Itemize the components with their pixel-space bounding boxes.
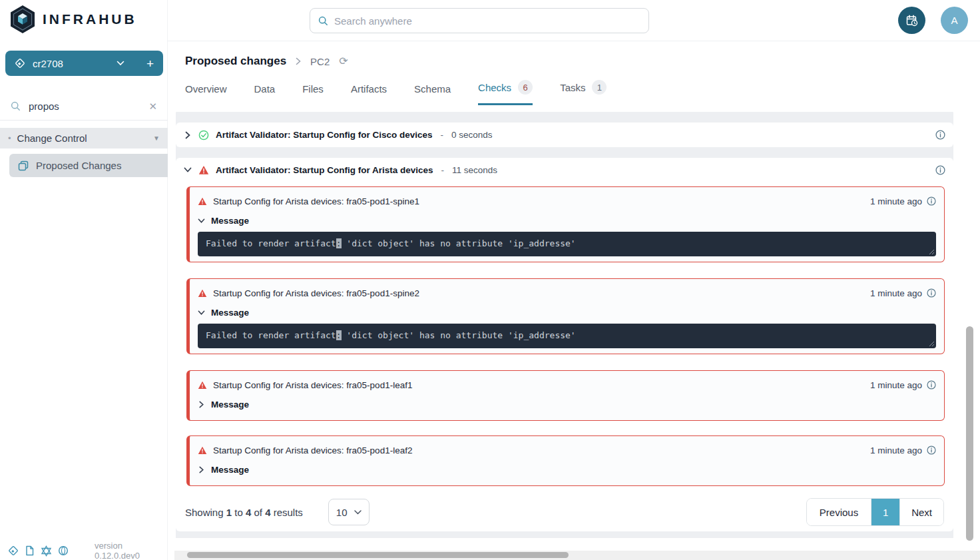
git-icon[interactable]	[8, 545, 19, 556]
check-timestamp: 1 minute ago	[870, 445, 922, 455]
message-label: Message	[211, 216, 249, 226]
message-label: Message	[211, 308, 249, 318]
summary-text: of	[254, 507, 262, 518]
message-toggle[interactable]: Message	[198, 396, 936, 413]
check-title: Startup Config for Arista devices: fra05…	[213, 445, 412, 455]
validator-header[interactable]: Artifact Validator: Startup Config for A…	[176, 158, 953, 182]
tab-label: Overview	[185, 83, 227, 95]
validator-row-cisco[interactable]: Artifact Validator: Startup Config for C…	[176, 123, 953, 147]
sidebar-search-input[interactable]	[29, 101, 128, 112]
error-message-textarea[interactable]: Failed to render artifact: 'dict object'…	[198, 324, 936, 348]
refresh-icon[interactable]: ⟳	[339, 56, 348, 67]
validator-duration: 0 seconds	[451, 130, 493, 140]
page-size-select[interactable]: 10	[328, 499, 369, 525]
global-search-input[interactable]	[334, 15, 614, 27]
message-toggle[interactable]: Message	[198, 212, 936, 229]
error-text: Failed to render artifact	[206, 238, 336, 248]
warning-triangle-icon	[198, 197, 207, 206]
info-icon[interactable]	[927, 380, 936, 390]
results-summary: Showing 1 to 4 of 4 results	[185, 507, 303, 518]
tab-checks[interactable]: Checks 6	[478, 80, 533, 105]
previous-page-button[interactable]: Previous	[807, 499, 871, 525]
chevron-down-icon[interactable]	[184, 166, 192, 174]
chevron-right-icon	[198, 401, 205, 408]
checks-panel: Artifact Validator: Startup Config for C…	[176, 107, 953, 538]
check-card-leaf2: Startup Config for Arista devices: fra05…	[186, 435, 945, 486]
check-timestamp: 1 minute ago	[870, 288, 922, 298]
message-label: Message	[211, 400, 249, 410]
sidebar-group-change-control[interactable]: • Change Control ▼	[0, 128, 168, 148]
chevron-down-icon	[198, 217, 205, 224]
tab-artifacts[interactable]: Artifacts	[351, 83, 387, 105]
error-message-textarea[interactable]: Failed to render artifact: 'dict object'…	[198, 232, 936, 256]
message-toggle[interactable]: Message	[198, 304, 936, 321]
info-icon[interactable]	[935, 165, 945, 175]
tab-schema[interactable]: Schema	[414, 83, 451, 105]
docs-file-icon[interactable]	[25, 545, 35, 556]
tab-overview[interactable]: Overview	[185, 83, 227, 105]
version-label: version 0.12.0.dev0	[95, 541, 167, 560]
warning-triangle-icon	[198, 446, 207, 455]
sidebar-search: ✕	[0, 93, 168, 121]
sidebar-item-proposed-changes[interactable]: Proposed Changes	[9, 154, 168, 177]
tab-data[interactable]: Data	[254, 83, 276, 105]
message-toggle[interactable]: Message	[198, 461, 936, 478]
info-icon[interactable]	[927, 445, 936, 455]
next-page-button[interactable]: Next	[899, 499, 943, 525]
info-icon[interactable]	[927, 288, 936, 298]
chevron-down-icon	[354, 510, 362, 515]
graphql-icon[interactable]	[41, 545, 52, 557]
check-card-header: Startup Config for Arista devices: fra05…	[198, 192, 936, 210]
warning-triangle-icon	[198, 289, 207, 298]
tab-label: Data	[254, 83, 276, 95]
info-icon[interactable]	[927, 196, 936, 206]
validator-name: Artifact Validator: Startup Config for A…	[216, 165, 433, 175]
globe-icon[interactable]	[58, 545, 69, 556]
validator-duration: 11 seconds	[452, 165, 497, 175]
add-branch-button[interactable]: +	[146, 57, 154, 70]
info-icon[interactable]	[935, 130, 945, 140]
cursor-block: :	[336, 330, 342, 340]
check-success-icon	[198, 130, 209, 140]
summary-from: 1	[226, 507, 232, 518]
check-card-header: Startup Config for Arista devices: fra05…	[198, 441, 936, 459]
tab-files[interactable]: Files	[302, 83, 324, 105]
check-timestamp: 1 minute ago	[870, 196, 922, 206]
chevron-right-icon	[198, 466, 205, 473]
global-search[interactable]	[310, 8, 649, 33]
check-title: Startup Config for Arista devices: fra05…	[213, 196, 419, 206]
summary-text: Showing	[185, 507, 224, 518]
chevron-right-icon[interactable]	[184, 131, 192, 139]
page-size-value: 10	[336, 507, 348, 518]
summary-total: 4	[265, 507, 270, 518]
branch-selector[interactable]: cr2708 +	[5, 51, 163, 76]
check-title: Startup Config for Arista devices: fra05…	[213, 380, 412, 390]
group-bullet-icon: •	[8, 133, 11, 143]
brand-name: INFRAHUB	[43, 11, 137, 27]
breadcrumb: Proposed changes PC2 ⟳	[185, 55, 348, 68]
chevron-down-icon[interactable]	[117, 61, 124, 66]
separator: -	[441, 165, 445, 175]
infrahub-logo[interactable]: INFRAHUB	[9, 5, 137, 34]
error-text: 'dict object' has no attribute 'ip_addre…	[342, 330, 576, 340]
sidebar-footer: version 0.12.0.dev0	[8, 541, 167, 560]
tasks-count-badge: 1	[592, 80, 607, 95]
check-card-spine1: Startup Config for Arista devices: fra05…	[186, 186, 945, 262]
avatar[interactable]: A	[941, 7, 968, 34]
sidebar: INFRAHUB cr2708 + ✕ • Change Control ▼	[0, 0, 168, 560]
clear-search-icon[interactable]: ✕	[148, 101, 157, 111]
pagination: Showing 1 to 4 of 4 results 10 Previous	[185, 498, 944, 526]
vertical-scrollbar-thumb[interactable]	[966, 326, 973, 541]
check-card-spine2: Startup Config for Arista devices: fra05…	[186, 278, 945, 354]
check-timestamp: 1 minute ago	[870, 380, 922, 390]
tab-label: Checks	[478, 82, 511, 93]
time-travel-button[interactable]	[898, 7, 925, 34]
horizontal-scrollbar-thumb[interactable]	[187, 552, 569, 558]
current-page-button[interactable]: 1	[871, 499, 899, 525]
tab-tasks[interactable]: Tasks 1	[560, 80, 607, 105]
message-label: Message	[211, 465, 249, 475]
search-icon	[11, 101, 21, 111]
caret-down-icon: ▼	[153, 135, 160, 142]
validator-name: Artifact Validator: Startup Config for C…	[216, 130, 433, 140]
warning-triangle-icon	[198, 381, 207, 390]
